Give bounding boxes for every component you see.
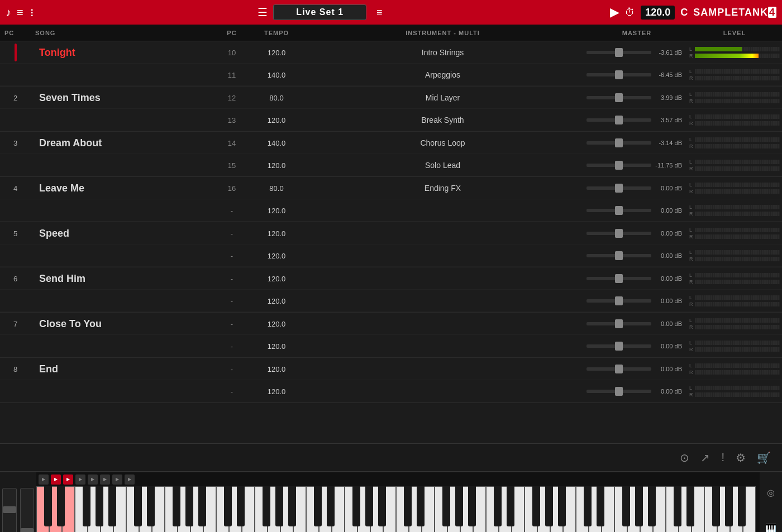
master-slider-thumb[interactable] [615, 251, 623, 260]
piano-icon[interactable]: 🎹 [765, 523, 776, 533]
master-slider-track[interactable] [586, 254, 651, 257]
master-slider-thumb[interactable] [615, 93, 623, 102]
black-key[interactable] [648, 486, 656, 526]
arrow-icon[interactable]: ↗ [700, 451, 710, 464]
master-slider-thumb[interactable] [615, 161, 623, 170]
master-slider-track[interactable] [586, 209, 651, 212]
black-key[interactable] [455, 486, 463, 526]
table-row[interactable]: -120.00.00 dBLR [0, 199, 782, 222]
black-key[interactable] [314, 486, 322, 526]
master-slider-thumb[interactable] [615, 365, 623, 373]
black-key[interactable] [288, 486, 296, 526]
master-slider-track[interactable] [586, 73, 651, 76]
cell-song-name[interactable]: Tonight [31, 47, 209, 59]
dial-icon[interactable]: ⊙ [680, 451, 689, 464]
master-slider-track[interactable] [586, 322, 651, 325]
trigger-pad[interactable]: ▶ [88, 475, 98, 485]
black-key[interactable] [712, 486, 720, 526]
list-icon[interactable]: ☰ [258, 6, 268, 19]
pitch-slider[interactable] [2, 488, 17, 532]
table-row[interactable]: 13120.0Break Synth3.57 dBLR [0, 109, 782, 131]
master-slider-track[interactable] [586, 344, 651, 348]
master-slider-track[interactable] [586, 299, 651, 303]
cell-instrument[interactable]: Intro Strings [299, 48, 586, 57]
hamburger-icon[interactable]: ≡ [376, 7, 383, 18]
alert-icon[interactable]: ! [721, 451, 724, 464]
music-note-icon[interactable]: ♪ [6, 6, 11, 19]
trigger-pad[interactable]: ▶ [75, 475, 85, 485]
table-row[interactable]: 3Dream About14140.0Chorus Loop-3.14 dBLR [0, 132, 782, 154]
table-row[interactable]: 2Seven Times1280.0Mid Layer3.99 dBLR [0, 87, 782, 109]
black-key[interactable] [597, 486, 604, 526]
knob-icon[interactable]: ◎ [767, 487, 775, 498]
cell-instrument[interactable]: Ending FX [299, 184, 586, 193]
cell-song-name[interactable]: Seven Times [31, 92, 209, 104]
trigger-pad[interactable]: ▶ [112, 475, 122, 485]
table-row[interactable]: 15120.0Solo Lead-11.75 dBLR [0, 154, 782, 176]
cell-song-name[interactable]: Dream About [31, 137, 209, 149]
master-slider-track[interactable] [586, 141, 651, 145]
black-key[interactable] [173, 486, 180, 526]
master-slider-track[interactable] [586, 232, 651, 235]
black-key[interactable] [738, 486, 746, 526]
black-key[interactable] [237, 486, 245, 526]
master-slider-track[interactable] [586, 367, 651, 371]
cell-song-name[interactable]: Speed [31, 228, 209, 239]
table-row[interactable]: -120.00.00 dBLR [0, 290, 782, 312]
table-row[interactable]: 11140.0Arpeggios-6.45 dBLR [0, 64, 782, 86]
master-slider-thumb[interactable] [615, 229, 623, 238]
cell-instrument[interactable]: Arpeggios [299, 70, 586, 79]
key-display[interactable]: C [680, 7, 688, 18]
table-row[interactable]: 7Close To You-120.00.00 dBLR [0, 313, 782, 335]
master-slider-thumb[interactable] [615, 387, 623, 396]
trigger-pad[interactable]: ▶ [39, 475, 49, 485]
master-slider-track[interactable] [586, 164, 651, 167]
black-key[interactable] [507, 486, 514, 526]
table-row[interactable]: 4Leave Me1680.0Ending FX0.00 dBLR [0, 177, 782, 199]
sliders-icon[interactable]: ⫶ [29, 6, 35, 19]
black-key[interactable] [96, 486, 103, 526]
cell-instrument[interactable]: Mid Layer [299, 93, 586, 102]
black-key[interactable] [674, 486, 681, 526]
table-row[interactable]: -120.00.00 dBLR [0, 380, 782, 402]
menu-icon[interactable]: ≡ [17, 6, 23, 19]
master-slider-thumb[interactable] [615, 274, 623, 283]
black-key[interactable] [558, 486, 566, 526]
black-key[interactable] [275, 486, 283, 526]
table-row[interactable]: Tonight10120.0Intro Strings-3.61 dBLR [0, 41, 782, 64]
master-slider-track[interactable] [586, 186, 651, 190]
trigger-pad[interactable]: ▶ [125, 475, 135, 485]
cell-song-name[interactable]: Leave Me [31, 183, 209, 194]
master-slider-track[interactable] [586, 390, 651, 393]
black-key[interactable] [185, 486, 193, 526]
master-slider-thumb[interactable] [615, 138, 623, 147]
table-row[interactable]: 5Speed-120.00.00 dBLR [0, 222, 782, 245]
master-slider-thumb[interactable] [615, 342, 623, 351]
master-slider-thumb[interactable] [615, 296, 623, 305]
black-key[interactable] [352, 486, 360, 526]
black-key[interactable] [545, 486, 553, 526]
black-key[interactable] [468, 486, 476, 526]
black-key[interactable] [327, 486, 335, 526]
pitch-thumb[interactable] [3, 506, 16, 513]
master-slider-thumb[interactable] [615, 184, 623, 193]
cell-instrument[interactable]: Solo Lead [299, 161, 586, 170]
black-key[interactable] [635, 486, 643, 526]
table-row[interactable]: -120.00.00 dBLR [0, 335, 782, 357]
black-key[interactable] [365, 486, 373, 526]
black-key[interactable] [442, 486, 450, 526]
black-key[interactable] [134, 486, 142, 526]
black-key[interactable] [378, 486, 386, 526]
cell-song-name[interactable]: End [31, 363, 209, 375]
black-key[interactable] [725, 486, 733, 526]
black-key[interactable] [198, 486, 206, 526]
table-row[interactable]: 8End-120.00.00 dBLR [0, 358, 782, 380]
master-slider-thumb[interactable] [615, 206, 623, 215]
black-key[interactable] [622, 486, 630, 526]
black-key[interactable] [224, 486, 232, 526]
trigger-pad[interactable]: ▶ [63, 475, 73, 485]
master-slider-thumb[interactable] [615, 70, 623, 79]
master-slider-thumb[interactable] [615, 116, 623, 124]
black-key[interactable] [147, 486, 155, 526]
bpm-display[interactable]: 120.0 [641, 6, 675, 20]
